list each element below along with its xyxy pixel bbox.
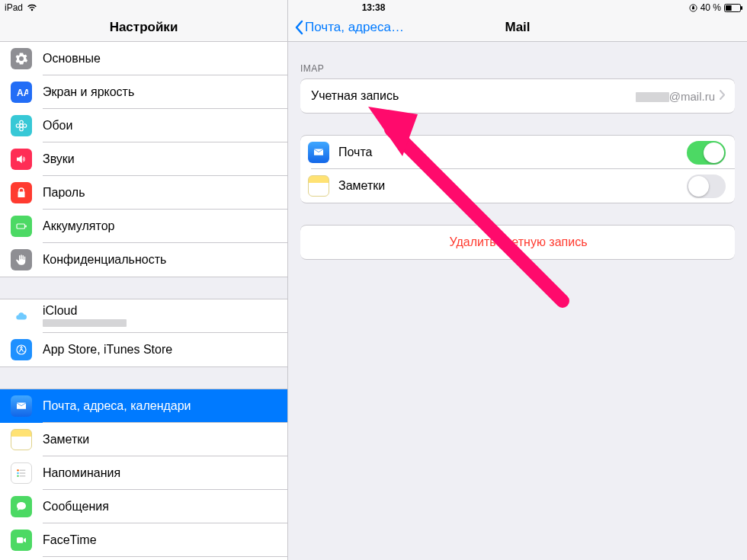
sidebar-group: Основные AA Экран и яркость Обои — [0, 42, 287, 277]
section-header-imap: IMAP — [288, 50, 747, 78]
battery-icon — [724, 4, 742, 12]
svg-point-5 — [20, 124, 24, 128]
flower-icon — [11, 115, 32, 136]
svg-point-7 — [20, 127, 24, 131]
sidebar-item-general[interactable]: Основные — [0, 42, 287, 75]
sidebar-item-privacy[interactable]: Конфиденциальность — [0, 243, 287, 277]
svg-text:AA: AA — [17, 88, 28, 98]
sidebar-item-label: Звуки — [43, 152, 287, 166]
sidebar-item-label: Сообщения — [43, 500, 287, 514]
sidebar-item-messages[interactable]: Сообщения — [0, 490, 287, 523]
sidebar-group: Почта, адреса, календари Заметки Напомин… — [0, 389, 287, 560]
hand-icon — [11, 249, 32, 270]
toggle-label: Почта — [338, 146, 687, 159]
sidebar-item-label: Почта, адреса, календари — [43, 399, 287, 413]
chevron-right-icon — [720, 89, 726, 103]
speaker-icon — [11, 149, 32, 170]
appstore-icon — [11, 339, 32, 360]
notes-icon — [308, 175, 329, 197]
status-battery-text: 40 % — [701, 2, 721, 13]
facetime-icon — [11, 530, 32, 551]
sidebar-item-mail[interactable]: Почта, адреса, календари — [0, 389, 287, 423]
sidebar-item-label: Обои — [43, 119, 287, 133]
sidebar-item-label: App Store, iTunes Store — [43, 343, 287, 357]
sidebar-item-label: Напоминания — [43, 466, 287, 480]
toggle-row-notes: Заметки — [300, 169, 735, 203]
sidebar-item-label: Пароль — [43, 186, 287, 200]
account-value: @mail.ru — [636, 90, 715, 103]
cloud-icon — [11, 306, 32, 327]
svg-rect-10 — [17, 224, 25, 229]
mail-icon — [11, 395, 32, 417]
chevron-left-icon — [294, 20, 303, 35]
svg-rect-3 — [741, 6, 742, 10]
sidebar-item-battery[interactable]: Аккумулятор — [0, 210, 287, 243]
account-group: Учетная запись @mail.ru — [300, 78, 735, 114]
delete-account-button[interactable]: Удалить учетную запись — [300, 226, 735, 259]
wifi-icon — [27, 4, 37, 11]
svg-point-15 — [17, 472, 18, 474]
back-button[interactable]: Почта, адреса… — [294, 20, 404, 35]
sidebar-group: iCloud App Store, iTunes Store — [0, 299, 287, 367]
detail-pane: Почта, адреса… Mail IMAP Учетная запись … — [288, 0, 747, 560]
mail-toggle[interactable] — [687, 141, 726, 165]
sidebar-item-facetime[interactable]: FaceTime — [0, 523, 287, 557]
mail-icon — [308, 142, 329, 163]
lock-icon — [11, 182, 32, 203]
sidebar-item-label: FaceTime — [43, 533, 287, 547]
svg-rect-14 — [20, 470, 26, 472]
settings-sidebar: Настройки Основные AA Экран и яркость — [0, 0, 288, 560]
sidebar-item-label: Конфиденциальность — [43, 253, 287, 267]
notes-icon — [11, 429, 32, 450]
gear-icon — [11, 48, 32, 69]
sidebar-item-icloud[interactable]: iCloud — [0, 299, 287, 333]
sidebar-item-notes[interactable]: Заметки — [0, 423, 287, 456]
back-label: Почта, адреса… — [305, 20, 404, 35]
status-device: iPad — [5, 2, 23, 13]
sidebar-item-display[interactable]: AA Экран и яркость — [0, 75, 287, 109]
status-time: 13:38 — [362, 2, 386, 13]
svg-point-17 — [17, 475, 18, 477]
sidebar-scroll[interactable]: Основные AA Экран и яркость Обои — [0, 42, 287, 560]
sun-text-icon: AA — [11, 82, 32, 103]
svg-point-8 — [16, 124, 20, 128]
svg-rect-19 — [17, 537, 23, 543]
orientation-lock-icon — [689, 4, 697, 12]
svg-rect-11 — [25, 226, 27, 228]
sidebar-item-passcode[interactable]: Пароль — [0, 176, 287, 210]
toggle-row-mail: Почта — [300, 136, 735, 169]
reminders-icon — [11, 462, 32, 484]
detail-scroll[interactable]: IMAP Учетная запись @mail.ru — [288, 42, 747, 560]
svg-point-6 — [20, 120, 24, 124]
sidebar-item-sublabel — [43, 318, 127, 328]
svg-point-13 — [17, 469, 18, 471]
svg-rect-16 — [20, 472, 26, 474]
sidebar-item-maps[interactable]: Карты — [0, 557, 287, 560]
sidebar-item-label: Аккумулятор — [43, 219, 287, 233]
sidebar-item-appstore[interactable]: App Store, iTunes Store — [0, 333, 287, 366]
sidebar-item-label: iCloud — [43, 304, 127, 318]
messages-icon — [11, 496, 32, 517]
sidebar-item-reminders[interactable]: Напоминания — [0, 456, 287, 490]
sidebar-item-label: Заметки — [43, 433, 287, 446]
svg-rect-2 — [726, 5, 732, 11]
battery-settings-icon — [11, 216, 32, 237]
sidebar-title: Настройки — [110, 20, 178, 35]
toggle-label: Заметки — [338, 179, 687, 193]
toggles-group: Почта Заметки — [300, 135, 735, 203]
notes-toggle[interactable] — [687, 174, 726, 198]
sidebar-item-sounds[interactable]: Звуки — [0, 142, 287, 176]
svg-point-9 — [23, 124, 27, 128]
delete-label: Удалить учетную запись — [449, 235, 587, 249]
sidebar-item-label: Экран и яркость — [43, 85, 287, 99]
detail-title: Mail — [505, 20, 530, 35]
account-label: Учетная запись — [311, 89, 636, 103]
status-bar: iPad 13:38 40 % — [0, 0, 747, 15]
account-row[interactable]: Учетная запись @mail.ru — [300, 79, 735, 113]
delete-group: Удалить учетную запись — [300, 225, 735, 260]
sidebar-item-label: Основные — [43, 52, 287, 66]
svg-rect-18 — [20, 475, 26, 477]
sidebar-item-wallpaper[interactable]: Обои — [0, 109, 287, 142]
